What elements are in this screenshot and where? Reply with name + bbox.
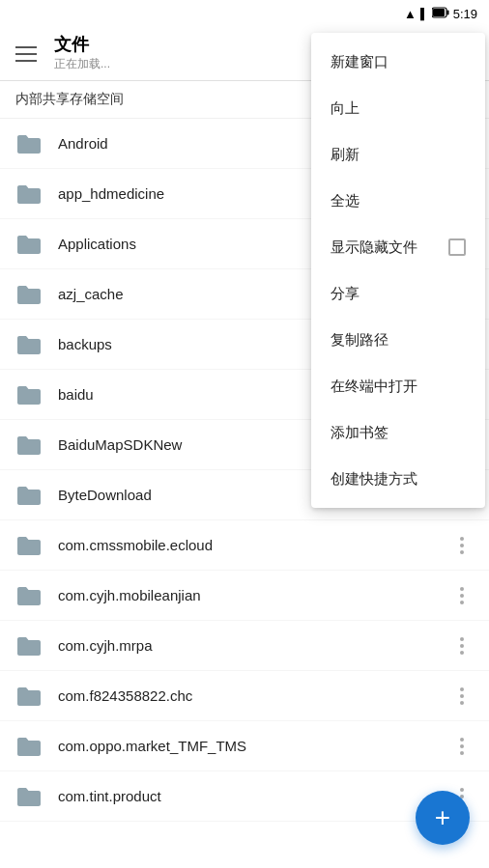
file-item-cyjh-anjian[interactable]: com.cyjh.mobileanjian: [0, 571, 489, 621]
status-time: 5:19: [453, 7, 477, 21]
menu-item-new-window[interactable]: 新建窗口: [311, 39, 485, 85]
fab-plus-icon: +: [435, 804, 450, 831]
menu-item-label: 全选: [331, 192, 360, 210]
menu-item-label: 分享: [331, 285, 360, 303]
file-item-f824-chc[interactable]: com.f824358822.chc: [0, 671, 489, 721]
menu-item-label: 显示隐藏文件: [331, 238, 417, 257]
menu-item-share[interactable]: 分享: [311, 270, 485, 317]
menu-item-open-terminal[interactable]: 在终端中打开: [311, 363, 485, 409]
header-title-block: 文件 正在加载...: [54, 35, 110, 72]
menu-item-select-all[interactable]: 全选: [311, 178, 485, 224]
menu-item-up[interactable]: 向上: [311, 85, 485, 131]
menu-item-label: 向上: [331, 99, 360, 118]
fab-button[interactable]: +: [416, 791, 470, 845]
folder-icon: [15, 485, 43, 506]
status-bar: ▲ ▌ 5:19: [0, 0, 489, 27]
menu-item-label: 添加书签: [331, 424, 388, 442]
storage-label: 内部共享存储空间: [15, 91, 124, 106]
menu-item-label: 复制路径: [331, 331, 388, 350]
file-name: com.cyjh.mobileanjian: [58, 587, 450, 603]
svg-rect-2: [433, 9, 445, 16]
folder-icon: [15, 434, 43, 456]
folder-icon: [15, 234, 43, 255]
folder-icon: [15, 786, 43, 807]
svg-rect-1: [446, 11, 448, 15]
menu-item-copy-path[interactable]: 复制路径: [311, 317, 485, 363]
menu-item-refresh[interactable]: 刷新: [311, 131, 485, 178]
menu-button[interactable]: [15, 42, 39, 66]
more-options-icon[interactable]: [450, 685, 474, 708]
more-options-icon[interactable]: [450, 584, 474, 607]
wifi-icon: ▲: [404, 7, 417, 21]
show-hidden-checkbox[interactable]: [448, 238, 466, 256]
status-icons: ▲ ▌ 5:19: [404, 5, 477, 22]
folder-icon: [15, 384, 43, 406]
more-options-icon[interactable]: [450, 534, 474, 557]
context-menu: 新建窗口向上刷新全选显示隐藏文件分享复制路径在终端中打开添加书签创建快捷方式: [311, 33, 485, 508]
folder-icon: [15, 585, 43, 606]
file-item-oppo-market[interactable]: com.oppo.market_TMF_TMS: [0, 721, 489, 771]
app-subtitle: 正在加载...: [54, 56, 110, 72]
menu-item-label: 创建快捷方式: [331, 470, 417, 489]
folder-icon: [15, 284, 43, 305]
file-name: com.oppo.market_TMF_TMS: [58, 738, 450, 754]
folder-icon: [15, 535, 43, 556]
menu-item-label: 在终端中打开: [331, 378, 417, 396]
file-item-cyjh-mrpa[interactable]: com.cyjh.mrpa: [0, 621, 489, 671]
menu-item-label: 刷新: [331, 146, 360, 164]
folder-icon: [15, 736, 43, 757]
battery-icon: [432, 5, 449, 22]
file-name: com.f824358822.chc: [58, 687, 450, 704]
more-options-icon[interactable]: [450, 634, 474, 658]
signal-icon: ▌: [420, 8, 428, 19]
folder-icon: [15, 133, 43, 154]
menu-item-show-hidden[interactable]: 显示隐藏文件: [311, 224, 485, 270]
menu-item-label: 新建窗口: [331, 53, 388, 71]
file-name: com.cmssmobile.ecloud: [58, 537, 450, 553]
file-item-cms-ecloud[interactable]: com.cmssmobile.ecloud: [0, 520, 489, 571]
file-name: com.cyjh.mrpa: [58, 637, 450, 654]
folder-icon: [15, 183, 43, 205]
app-title: 文件: [54, 35, 110, 56]
menu-item-create-shortcut[interactable]: 创建快捷方式: [311, 456, 485, 502]
folder-icon: [15, 334, 43, 355]
menu-item-add-bookmark[interactable]: 添加书签: [311, 409, 485, 456]
file-name: com.tint.product: [58, 788, 450, 804]
more-options-icon[interactable]: [450, 735, 474, 758]
folder-icon: [15, 635, 43, 657]
folder-icon: [15, 686, 43, 707]
